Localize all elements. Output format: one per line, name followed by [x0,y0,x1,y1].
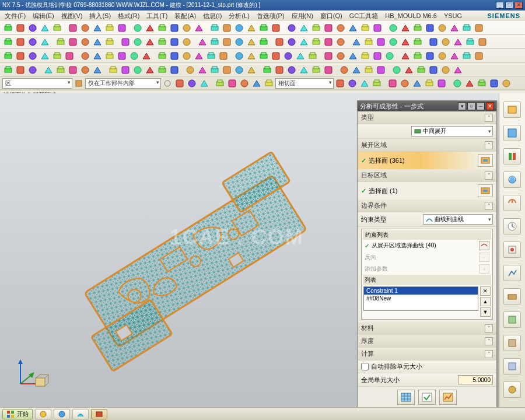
from-unfold-curve-row[interactable]: ✓从展开区域选择曲线 (40) [363,240,491,251]
toolbar-button[interactable] [387,36,399,48]
toolbar-button[interactable] [144,36,156,48]
menu-info[interactable]: 信息(I) [201,12,224,20]
toolbar-button[interactable] [347,50,359,62]
toolbar-button[interactable] [233,36,245,48]
toolbar-button[interactable] [246,22,257,34]
facetype-combo[interactable]: 相切面 [275,78,334,89]
list-item[interactable]: Constraint 1 [364,287,478,295]
toolbar-button[interactable] [351,64,362,76]
toolbar-button[interactable] [181,50,192,62]
toolbar-button[interactable] [282,50,294,62]
section-unfold[interactable]: 展开区域 ˄ [358,139,496,152]
toolbar-button[interactable] [424,78,435,89]
dock-btn-9[interactable] [503,288,521,304]
toolbar-button[interactable] [428,64,439,76]
section-target[interactable]: 目标区域 ˄ [358,169,496,182]
toolbar-button[interactable] [261,64,273,76]
toolbar-button[interactable] [2,22,14,34]
menu-hbmould[interactable]: HB_MOULD M6.6 [383,12,439,19]
toolbar-button[interactable] [181,36,192,48]
toolbar-button[interactable] [415,64,427,76]
toolbar-button[interactable] [359,78,370,89]
task-item-active[interactable] [91,409,107,419]
toolbar-button[interactable] [104,22,116,34]
toolbar-button[interactable] [39,22,51,34]
dock-btn-10[interactable] [503,312,521,328]
toolbar-button[interactable] [310,36,322,48]
toolbar-button[interactable] [263,78,275,89]
chevron-down-icon[interactable]: ˅ [485,324,493,332]
toolbar-button[interactable] [55,36,66,48]
toolbar-button[interactable] [2,36,14,48]
toolbar-button[interactable] [92,50,103,62]
toolbar-button[interactable] [449,50,460,62]
toolbar-button[interactable] [501,78,512,89]
toolbar-button[interactable] [346,78,358,89]
start-button[interactable]: 开始 [2,409,33,419]
panel-min-button[interactable]: – [477,102,485,110]
toolbar-button[interactable] [270,22,282,34]
toolbar-button[interactable] [221,22,233,34]
chevron-up-icon[interactable]: ˄ [485,350,493,358]
toolbar-button[interactable] [400,50,411,62]
toolbar-button[interactable] [323,36,334,48]
global-mesh-input[interactable]: 5.0000 [458,375,493,384]
result-button[interactable] [439,390,457,405]
toolbar-button[interactable] [372,50,383,62]
toolbar-button[interactable] [120,36,131,48]
toolbar-button[interactable] [286,64,298,76]
toolbar-button[interactable] [424,50,436,62]
toolbar-button[interactable] [363,36,374,48]
toolbar-button[interactable] [310,64,322,76]
toolbar-button[interactable] [286,36,298,48]
toolbar-button[interactable] [141,50,152,62]
toolbar-button[interactable] [403,64,415,76]
filter-scope-combo[interactable]: 仅在工作部件内部 [85,78,161,89]
face-select-icon[interactable] [478,154,493,167]
toolbar-button[interactable] [221,36,233,48]
toolbar-button[interactable] [186,78,198,89]
check-button[interactable] [418,390,436,405]
toolbar-button[interactable] [246,50,257,62]
toolbar-button[interactable] [375,36,387,48]
task-item-3[interactable] [72,409,89,419]
toolbar-button[interactable] [387,78,398,89]
toolbar-button[interactable] [15,22,26,34]
toolbar-button[interactable] [132,22,144,34]
menu-gctool[interactable]: GC工具箱 [347,12,381,20]
toolbar-button[interactable] [307,50,318,62]
toolbar-button[interactable] [156,64,168,76]
toolbar-button[interactable] [2,64,14,76]
toolbar-button[interactable] [473,50,485,62]
toolbar-button[interactable] [452,64,464,76]
section-type[interactable]: 类型 ˄ [358,111,496,124]
constraint-type-combo[interactable]: 曲线到曲线 [423,214,493,225]
toolbar-button[interactable] [286,22,298,34]
section-material[interactable]: 材料 ˅ [358,322,496,335]
toolbar-button[interactable] [246,36,257,48]
toolbar-button[interactable] [144,64,156,76]
toolbar-button[interactable] [169,64,180,76]
toolbar-button[interactable] [209,22,220,34]
toolbar-button[interactable] [79,22,91,34]
dock-btn-11[interactable] [503,335,521,351]
toolbar-button[interactable] [335,22,346,34]
toolbar-button[interactable] [233,64,245,76]
toolbar-button[interactable] [436,78,447,89]
list-delete-button[interactable]: ✕ [480,286,491,296]
toolbar-button[interactable] [258,22,270,34]
toolbar-button[interactable] [51,50,63,62]
face-select-icon[interactable] [478,184,493,197]
menu-view[interactable]: 视图(V) [59,12,85,20]
toolbar-button[interactable] [116,22,128,34]
toolbar-button[interactable] [92,64,103,76]
chevron-up-icon[interactable]: ˄ [485,202,493,210]
toolbar-button[interactable] [351,36,362,48]
toolbar-button[interactable] [477,36,488,48]
list-item[interactable]: ##08New [364,295,478,302]
toolbar-button[interactable] [391,64,402,76]
filter-btn-2[interactable] [162,78,173,89]
chevron-up-icon[interactable]: ˄ [485,114,493,122]
toolbar-button[interactable] [476,78,488,89]
toolbar-button[interactable] [193,50,205,62]
